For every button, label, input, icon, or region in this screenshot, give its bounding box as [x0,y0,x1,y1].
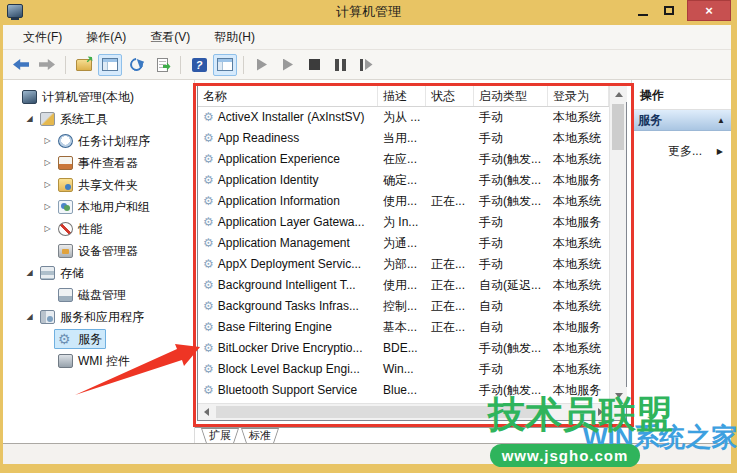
horizontal-scrollbar[interactable] [198,403,609,420]
table-row[interactable]: Base Filtering Engine 基本... 正在... 自动 本地服… [198,317,609,338]
table-row[interactable]: BitLocker Drive Encryptio... BDE... 手动(触… [198,338,609,359]
more-actions-label: 更多... [668,143,717,160]
tree-expander-icon[interactable]: ▷ [41,196,54,218]
table-row[interactable]: Application Information 使用... 正在... 手动(触… [198,191,609,212]
table-row[interactable]: Bluetooth Support Service Blue... 手动(触发.… [198,380,609,401]
scroll-left-button[interactable] [198,404,215,420]
help-icon [192,58,207,72]
tree-item-services-apps[interactable]: ◢ 服务和应用程序 [3,306,194,328]
tree-expander-icon[interactable]: ◢ [23,108,36,130]
column-header-name[interactable]: 名称 [198,86,378,106]
forward-button[interactable] [35,54,59,76]
resume-service-button[interactable] [276,54,300,76]
tree-item-icon [58,288,73,302]
toggle-console-tree-button[interactable] [213,54,237,76]
help-button[interactable] [187,54,211,76]
toolbar [3,50,731,80]
tree-item-tools[interactable]: ◢ 系统工具 [3,108,194,130]
horizontal-scroll-thumb[interactable] [216,406,546,418]
table-row[interactable]: AppX Deployment Servic... 为部... 正在... 手动… [198,254,609,275]
menu-help[interactable]: 帮助(H) [204,26,265,49]
restart-service-button[interactable] [354,54,378,76]
column-header-startup-type[interactable]: 启动类型 [474,86,548,106]
tree-item-storage[interactable]: ◢ 存储 [3,262,194,284]
export-list-button[interactable] [150,54,174,76]
column-header-description[interactable]: 描述 [378,86,426,106]
tree-item-icon [40,310,55,324]
tree-expander-icon[interactable]: ▷ [41,218,54,240]
tree-item-services[interactable]: 服务 [3,328,194,350]
toolbar-separator [180,56,181,74]
tree-item-wmi[interactable]: WMI 控件 [3,350,194,372]
computer-management-window: 计算机管理 × 文件(F) 操作(A) 查看(V) 帮助(H) 计算机管理(本地… [0,0,737,473]
tree-item-icon [58,134,73,148]
tree-item-performance[interactable]: ▷ 性能 [3,218,194,240]
tree-item-icon [58,156,73,170]
actions-section-services[interactable]: 服务 ▲ [632,110,731,131]
console-window-button[interactable] [98,54,122,76]
tree-item-users[interactable]: ▷ 本地用户和组 [3,196,194,218]
refresh-button[interactable] [124,54,148,76]
tab-extended[interactable]: 扩展 [201,428,239,444]
start-service-button[interactable] [250,54,274,76]
vertical-scroll-thumb[interactable] [612,104,624,150]
scroll-up-button[interactable] [610,86,627,102]
tab-standard[interactable]: 标准 [241,428,279,444]
table-row[interactable]: Application Experience 在应... 手动(触发... 本地… [198,149,609,170]
close-button[interactable]: × [687,0,731,21]
stop-service-button[interactable] [302,54,326,76]
table-row[interactable]: ActiveX Installer (AxInstSV) 为从 ... 手动 本… [198,107,609,128]
scroll-right-button[interactable] [592,404,609,420]
refresh-icon [127,55,145,73]
scroll-down-button[interactable] [610,387,627,403]
column-header-logon-as[interactable]: 登录为 [548,86,609,106]
status-bar [3,443,731,464]
service-gear-icon [203,194,214,208]
tree-item-shared-folders[interactable]: ▷ 共享文件夹 [3,174,194,196]
tree-item-device-manager[interactable]: 设备管理器 [3,240,194,262]
vertical-scrollbar[interactable] [609,86,626,403]
tree-item-icon [58,354,73,368]
minimize-button[interactable] [632,0,654,21]
tree-expander-icon[interactable]: ▷ [41,174,54,196]
back-button[interactable] [9,54,33,76]
tree-item-icon [58,332,73,346]
service-gear-icon [203,236,214,250]
table-row[interactable]: App Readiness 当用... 手动 本地系统 [198,128,609,149]
view-tab-row: 扩展 标准 [195,427,631,444]
column-header-status[interactable]: 状态 [426,86,474,106]
tree-item-icon [58,200,73,214]
tree-item-scheduler[interactable]: ▷ 任务计划程序 [3,130,194,152]
tree-item-icon [40,112,55,126]
tree-item-icon [40,266,55,280]
tree-expander-icon[interactable]: ◢ [23,306,36,328]
table-row[interactable]: Background Tasks Infras... 控制... 正在... 自… [198,296,609,317]
start-service-icon [257,59,267,71]
tree-item-icon [58,178,73,192]
forward-icon [39,59,55,70]
tree-expander-icon[interactable]: ▷ [41,152,54,174]
collapse-section-icon[interactable]: ▲ [717,116,725,125]
tree-item-events[interactable]: ▷ 事件查看器 [3,152,194,174]
table-row[interactable]: Application Layer Gatewa... 为 In... 手动 本… [198,212,609,233]
tree-item-computer[interactable]: 计算机管理(本地) [3,86,194,108]
table-row[interactable]: Application Identity 确定... 手动(触发... 本地服务 [198,170,609,191]
menu-action[interactable]: 操作(A) [76,26,136,49]
maximize-button[interactable] [658,0,680,21]
tree-expander-icon[interactable]: ◢ [23,262,36,284]
pause-service-button[interactable] [328,54,352,76]
services-list-pane: 名称 描述 状态 启动类型 登录为 ActiveX Installer (AxI… [195,80,631,443]
table-row[interactable]: Block Level Backup Engi... Win... 手动 本地系… [198,359,609,380]
tree-expander-icon[interactable]: ▷ [41,130,54,152]
tree-item-disk-management[interactable]: 磁盘管理 [3,284,194,306]
open-folder-button[interactable] [72,54,96,76]
pause-service-icon [335,59,346,71]
title-bar[interactable]: 计算机管理 × [0,0,737,25]
menu-view[interactable]: 查看(V) [140,26,200,49]
more-actions-item[interactable]: 更多... ▶ [632,143,731,160]
scroll-up-icon [615,92,623,97]
table-row[interactable]: Background Intelligent T... 使用... 正在... … [198,275,609,296]
table-row[interactable]: Application Management 为通... 手动 本地系统 [198,233,609,254]
menu-file[interactable]: 文件(F) [13,26,72,49]
back-icon [13,59,29,70]
